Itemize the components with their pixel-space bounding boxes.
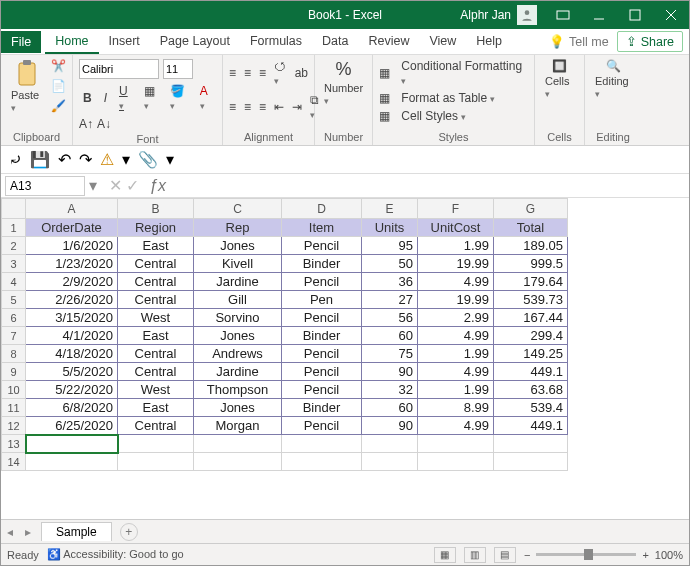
- cell-12-G[interactable]: 449.1: [494, 417, 568, 435]
- cell-13-C[interactable]: [194, 435, 282, 453]
- tab-review[interactable]: Review: [358, 30, 419, 54]
- cell-5-G[interactable]: 539.73: [494, 291, 568, 309]
- cell-2-F[interactable]: 1.99: [418, 237, 494, 255]
- warning-icon[interactable]: ⚠: [100, 150, 114, 169]
- redo-icon[interactable]: ↷: [79, 150, 92, 169]
- cell-14-A[interactable]: [26, 453, 118, 471]
- tab-formulas[interactable]: Formulas: [240, 30, 312, 54]
- tab-page-layout[interactable]: Page Layout: [150, 30, 240, 54]
- cell-9-C[interactable]: Jardine: [194, 363, 282, 381]
- sheet-nav-next[interactable]: ▸: [19, 525, 37, 539]
- cells-button[interactable]: 🔲 Cells: [541, 59, 578, 99]
- cell-14-E[interactable]: [362, 453, 418, 471]
- drop1-icon[interactable]: ▾: [122, 150, 130, 169]
- ribbon-display-options[interactable]: [545, 1, 581, 29]
- align-right-icon[interactable]: ≡: [259, 100, 266, 114]
- cell-3-C[interactable]: Kivell: [194, 255, 282, 273]
- cancel-formula-icon[interactable]: ✕: [109, 176, 122, 195]
- col-header-F[interactable]: F: [418, 199, 494, 219]
- cell-14-G[interactable]: [494, 453, 568, 471]
- cell-6-E[interactable]: 56: [362, 309, 418, 327]
- cell-12-A[interactable]: 6/25/2020: [26, 417, 118, 435]
- decrease-indent-icon[interactable]: ⇤: [274, 100, 284, 114]
- cell-11-D[interactable]: Binder: [282, 399, 362, 417]
- tab-insert[interactable]: Insert: [99, 30, 150, 54]
- normal-view-button[interactable]: ▦: [434, 547, 456, 563]
- cell-6-F[interactable]: 2.99: [418, 309, 494, 327]
- cell-14-C[interactable]: [194, 453, 282, 471]
- cell-10-D[interactable]: Pencil: [282, 381, 362, 399]
- cell-10-F[interactable]: 1.99: [418, 381, 494, 399]
- cell-6-A[interactable]: 3/15/2020: [26, 309, 118, 327]
- cell-1-C[interactable]: Rep: [194, 219, 282, 237]
- cell-12-F[interactable]: 4.99: [418, 417, 494, 435]
- row-header-6[interactable]: 6: [2, 309, 26, 327]
- orientation-icon[interactable]: ⭯: [274, 59, 287, 87]
- page-layout-view-button[interactable]: ▥: [464, 547, 486, 563]
- font-color-button[interactable]: A: [196, 83, 216, 113]
- align-bottom-icon[interactable]: ≡: [259, 66, 266, 80]
- cut-icon[interactable]: ✂️: [51, 59, 66, 73]
- cell-13-A[interactable]: [26, 435, 118, 453]
- cell-1-E[interactable]: Units: [362, 219, 418, 237]
- cell-7-F[interactable]: 4.99: [418, 327, 494, 345]
- cell-7-D[interactable]: Binder: [282, 327, 362, 345]
- cell-11-G[interactable]: 539.4: [494, 399, 568, 417]
- cell-11-B[interactable]: East: [118, 399, 194, 417]
- fx-icon[interactable]: ƒx: [149, 177, 166, 195]
- tab-home[interactable]: Home: [45, 30, 98, 54]
- col-header-G[interactable]: G: [494, 199, 568, 219]
- formula-bar[interactable]: [172, 175, 689, 197]
- cell-13-D[interactable]: [282, 435, 362, 453]
- cell-8-G[interactable]: 149.25: [494, 345, 568, 363]
- row-header-7[interactable]: 7: [2, 327, 26, 345]
- cell-3-A[interactable]: 1/23/2020: [26, 255, 118, 273]
- row-header-10[interactable]: 10: [2, 381, 26, 399]
- cell-4-B[interactable]: Central: [118, 273, 194, 291]
- cell-2-A[interactable]: 1/6/2020: [26, 237, 118, 255]
- cell-14-B[interactable]: [118, 453, 194, 471]
- save-icon[interactable]: 💾: [30, 150, 50, 169]
- tab-view[interactable]: View: [419, 30, 466, 54]
- zoom-out-button[interactable]: −: [524, 549, 530, 561]
- cell-8-E[interactable]: 75: [362, 345, 418, 363]
- cell-11-C[interactable]: Jones: [194, 399, 282, 417]
- cell-6-C[interactable]: Sorvino: [194, 309, 282, 327]
- cell-12-C[interactable]: Morgan: [194, 417, 282, 435]
- cell-8-C[interactable]: Andrews: [194, 345, 282, 363]
- cell-7-G[interactable]: 299.4: [494, 327, 568, 345]
- cell-3-D[interactable]: Binder: [282, 255, 362, 273]
- col-header-E[interactable]: E: [362, 199, 418, 219]
- cell-5-C[interactable]: Gill: [194, 291, 282, 309]
- cell-12-B[interactable]: Central: [118, 417, 194, 435]
- cell-9-B[interactable]: Central: [118, 363, 194, 381]
- decrease-font-icon[interactable]: A↓: [97, 117, 111, 131]
- name-box-dropdown[interactable]: ▾: [89, 176, 97, 195]
- row-header-3[interactable]: 3: [2, 255, 26, 273]
- col-header-A[interactable]: A: [26, 199, 118, 219]
- cell-11-E[interactable]: 60: [362, 399, 418, 417]
- cell-4-G[interactable]: 179.64: [494, 273, 568, 291]
- tell-me[interactable]: 💡 Tell me: [541, 34, 617, 49]
- col-header-D[interactable]: D: [282, 199, 362, 219]
- copy-icon[interactable]: 📄: [51, 79, 66, 93]
- name-box[interactable]: [5, 176, 85, 196]
- align-left-icon[interactable]: ≡: [229, 100, 236, 114]
- cell-10-B[interactable]: West: [118, 381, 194, 399]
- cell-4-C[interactable]: Jardine: [194, 273, 282, 291]
- page-break-view-button[interactable]: ▤: [494, 547, 516, 563]
- row-header-5[interactable]: 5: [2, 291, 26, 309]
- cell-9-D[interactable]: Pencil: [282, 363, 362, 381]
- cell-7-A[interactable]: 4/1/2020: [26, 327, 118, 345]
- cell-14-D[interactable]: [282, 453, 362, 471]
- cell-13-E[interactable]: [362, 435, 418, 453]
- zoom-in-button[interactable]: +: [642, 549, 648, 561]
- number-format-button[interactable]: % Number: [321, 59, 366, 106]
- col-header-C[interactable]: C: [194, 199, 282, 219]
- cell-2-E[interactable]: 95: [362, 237, 418, 255]
- zoom-slider[interactable]: [536, 553, 636, 556]
- row-header-14[interactable]: 14: [2, 453, 26, 471]
- select-all-corner[interactable]: [2, 199, 26, 219]
- align-center-icon[interactable]: ≡: [244, 100, 251, 114]
- cell-4-E[interactable]: 36: [362, 273, 418, 291]
